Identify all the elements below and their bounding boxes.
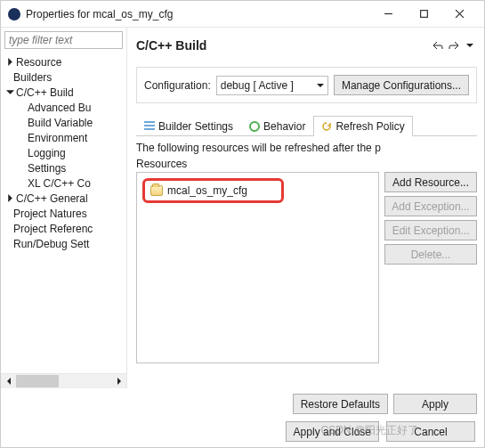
menu-arrow-icon[interactable] <box>463 38 477 53</box>
chevron-right-icon <box>4 193 15 204</box>
add-exception-button: Add Exception... <box>384 196 477 216</box>
refresh-icon <box>321 121 332 132</box>
cancel-button[interactable]: Cancel <box>386 421 475 442</box>
list-icon <box>144 121 155 132</box>
tree-item-references[interactable]: Project Referenc <box>1 221 126 236</box>
tree-item-natures[interactable]: Project Natures <box>1 206 126 221</box>
forward-icon[interactable] <box>447 38 461 53</box>
nav-tree: Resource Builders C/C++ Build Advanced B… <box>1 53 126 373</box>
config-combo[interactable]: debug [ Active ] <box>216 76 328 95</box>
resources-list[interactable]: mcal_os_my_cfg <box>136 172 379 363</box>
tree-item-advanced[interactable]: Advanced Bu <box>1 100 126 115</box>
manage-config-button[interactable]: Manage Configurations... <box>334 75 469 95</box>
refresh-message: The following resources will be refreshe… <box>136 142 477 154</box>
tab-builder-settings[interactable]: Builder Settings <box>136 116 241 136</box>
scroll-track[interactable] <box>16 374 111 388</box>
tree-item-logging[interactable]: Logging <box>1 145 126 160</box>
apply-button[interactable]: Apply <box>393 394 477 414</box>
tab-refresh-policy[interactable]: Refresh Policy <box>313 116 412 136</box>
tree-item-rundebug[interactable]: Run/Debug Sett <box>1 236 126 251</box>
dot-icon <box>249 121 260 132</box>
resource-name: mcal_os_my_cfg <box>167 184 247 197</box>
tree-item-resource[interactable]: Resource <box>1 54 126 69</box>
tree-item-cgeneral[interactable]: C/C++ General <box>1 191 126 206</box>
resource-item[interactable]: mcal_os_my_cfg <box>142 178 284 203</box>
chevron-down-icon <box>4 87 15 98</box>
tree-item-environment[interactable]: Environment <box>1 130 126 145</box>
tree-item-cbuild[interactable]: C/C++ Build <box>1 85 126 100</box>
app-icon <box>8 8 20 20</box>
scroll-right-button[interactable] <box>111 374 126 388</box>
tree-item-xl[interactable]: XL C/C++ Co <box>1 175 126 191</box>
chevron-down-icon <box>317 79 324 92</box>
window-title: Properties for mcal_os_my_cfg <box>26 8 173 20</box>
tab-behavior[interactable]: Behavior <box>241 116 313 136</box>
config-value: debug [ Active ] <box>221 79 294 92</box>
minimize-button[interactable] <box>370 2 406 27</box>
delete-button: Delete... <box>384 244 477 265</box>
maximize-button[interactable] <box>406 2 441 27</box>
close-button[interactable] <box>441 2 477 27</box>
apply-close-button[interactable]: Apply and Close <box>286 421 379 442</box>
page-title: C/C++ Build <box>136 38 429 53</box>
resources-label: Resources <box>136 158 477 170</box>
scroll-left-button[interactable] <box>1 374 16 388</box>
config-label: Configuration: <box>144 79 211 92</box>
add-resource-button[interactable]: Add Resource... <box>384 172 477 192</box>
chevron-right-icon <box>4 57 15 68</box>
tree-item-buildvars[interactable]: Build Variable <box>1 115 126 130</box>
scroll-thumb[interactable] <box>16 375 59 387</box>
restore-defaults-button[interactable]: Restore Defaults <box>293 394 388 414</box>
back-icon[interactable] <box>431 38 445 53</box>
svg-rect-1 <box>420 11 427 18</box>
folder-icon <box>150 185 163 196</box>
tree-item-settings[interactable]: Settings <box>1 160 126 175</box>
filter-input[interactable] <box>4 31 123 49</box>
horizontal-scrollbar[interactable] <box>1 373 126 388</box>
edit-exception-button: Edit Exception... <box>384 220 477 240</box>
tree-item-builders[interactable]: Builders <box>1 69 126 85</box>
